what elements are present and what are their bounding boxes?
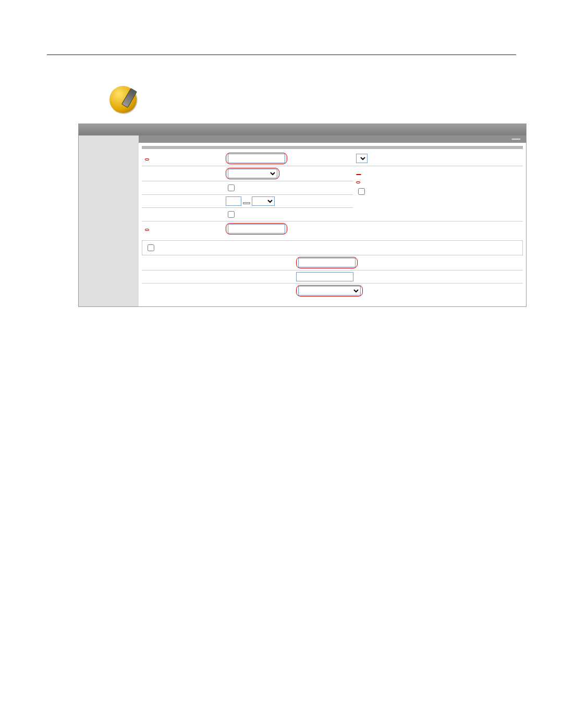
dtim-label [145,229,149,231]
header-rule [47,54,516,55]
format-label [142,283,293,299]
ignore-bpr-label [142,208,223,221]
ssid-label [145,158,149,161]
note-block [109,86,506,113]
form-area [139,149,526,306]
retype-psk-input[interactable] [296,272,353,281]
psk-input[interactable] [298,258,356,267]
ssid-input[interactable] [228,154,285,163]
dtim-input[interactable] [228,224,285,233]
preauth-checkbox[interactable] [358,188,365,195]
passphrase-grid [142,255,523,298]
psk-input-wrap [296,257,358,268]
inherit-row [142,240,523,255]
wpa2-label [356,174,361,175]
inherit-checkbox[interactable] [148,244,154,251]
ignore-bpr-checkbox[interactable] [228,211,235,218]
back-button[interactable] [511,138,521,140]
vlan-select-b[interactable] [252,196,275,206]
preauth-row [356,187,520,196]
body-content [151,86,506,307]
screenshot-body [79,135,526,306]
psk-label [142,255,293,270]
document-page [0,0,563,728]
vlan-label [142,195,223,208]
breadcrumb-bar [139,135,526,143]
radio-type-select[interactable] [228,169,277,178]
radio-type-wrap [226,168,279,179]
format-select-wrap [296,285,363,297]
screenshot-nav [79,135,139,306]
format-select[interactable] [298,286,361,295]
wpa2-options-wrap [356,181,360,183]
radio-type-label [142,166,223,181]
vlan-input-a[interactable] [226,196,241,206]
screenshot-topbar [79,124,526,135]
forward-mode-label [306,151,353,166]
forward-mode-select[interactable] [356,154,368,163]
note-icon [109,86,137,113]
vlan-mid-button[interactable] [243,202,250,204]
hide-ssid-label [142,181,223,195]
hint-2 [142,300,523,302]
form-grid [142,151,523,236]
hide-ssid-checkbox[interactable] [228,184,235,191]
encryption-type-label [306,195,353,208]
screenshot-main [139,135,526,306]
retype-psk-label [142,270,293,283]
ssid-input-wrap [226,153,287,164]
dtim-input-wrap [226,223,287,235]
embedded-screenshot [78,124,527,307]
